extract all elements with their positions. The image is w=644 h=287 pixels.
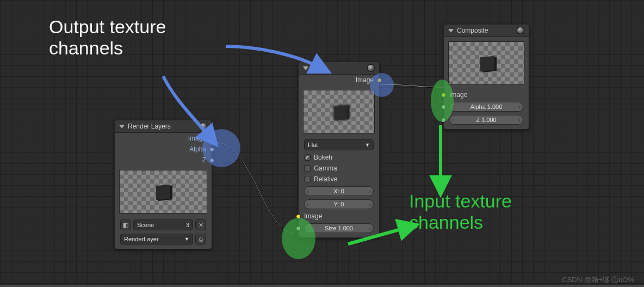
scene-select[interactable]: Scene 3 <box>133 219 193 230</box>
output-socket-image[interactable]: Image <box>115 133 212 144</box>
node-preview <box>303 90 375 133</box>
chevron-right-icon[interactable]: › <box>369 188 371 194</box>
watermark: CSDN @颊+继 ①oO% <box>562 275 634 285</box>
chevron-right-icon[interactable]: › <box>369 201 371 207</box>
output-highlight-halo <box>202 129 240 167</box>
input-socket-alpha[interactable]: ‹ Alpha 1.000 › <box>444 100 529 113</box>
node-header[interactable]: Render Layers <box>115 120 212 133</box>
node-blur[interactable]: Blur Image Flat ▼ Bokeh Gamma Relative ‹… <box>298 62 380 238</box>
y-value[interactable]: ‹ Y: 0 › <box>304 199 374 209</box>
input-highlight-halo <box>431 80 454 122</box>
bottom-bar <box>0 285 644 287</box>
preview-sphere-icon <box>200 123 207 130</box>
gamma-row[interactable]: Gamma <box>299 163 379 174</box>
relative-row[interactable]: Relative <box>299 174 379 185</box>
layer-select[interactable]: RenderLayer ▼ <box>120 234 193 245</box>
output-socket-image[interactable]: Image <box>299 75 379 86</box>
checkbox-icon[interactable] <box>304 176 311 182</box>
output-socket-z[interactable]: Z <box>115 155 212 166</box>
x-row: ‹ X: 0 › <box>299 185 379 198</box>
y-row: ‹ Y: 0 › <box>299 198 379 211</box>
output-highlight-halo <box>370 73 394 97</box>
node-preview <box>448 41 524 85</box>
checkbox-icon[interactable] <box>304 154 311 161</box>
scene-browse-icon[interactable]: ◧ <box>120 219 131 230</box>
input-highlight-halo <box>282 218 315 259</box>
chevron-right-icon[interactable]: › <box>369 225 371 231</box>
bokeh-row[interactable]: Bokeh <box>299 152 379 163</box>
node-header[interactable]: Composite <box>444 25 529 37</box>
chevron-left-icon[interactable]: ‹ <box>307 188 308 194</box>
collapse-icon[interactable] <box>119 125 125 129</box>
node-title: Composite <box>457 27 513 34</box>
output-socket-alpha[interactable]: Alpha <box>115 144 212 155</box>
filter-type-row: Flat ▼ <box>299 138 379 152</box>
layer-selector-row: RenderLayer ▼ ⎙ <box>115 232 212 249</box>
node-composite[interactable]: Composite Image ‹ Alpha 1.000 › ‹ Z 1.00… <box>443 24 529 130</box>
x-value[interactable]: ‹ X: 0 › <box>304 186 374 196</box>
scene-selector-row: ◧ Scene 3 ✕ <box>115 218 212 232</box>
chevron-left-icon[interactable]: ‹ <box>452 117 454 123</box>
node-header[interactable]: Blur <box>299 62 379 75</box>
node-preview <box>119 170 207 213</box>
collapse-icon[interactable] <box>448 29 454 33</box>
filter-type-select[interactable]: Flat ▼ <box>304 139 374 150</box>
node-title: Render Layers <box>128 123 196 130</box>
input-socket-image[interactable]: Image <box>299 211 379 222</box>
node-render-layers[interactable]: Render Layers Image Alpha Z ◧ Scene 3 ✕ … <box>114 120 212 249</box>
chevron-left-icon[interactable]: ‹ <box>307 201 308 207</box>
preview-sphere-icon <box>367 64 375 72</box>
input-socket-image[interactable]: Image <box>444 89 529 100</box>
alpha-value[interactable]: ‹ Alpha 1.000 › <box>449 102 523 112</box>
node-title: Blur <box>312 64 364 72</box>
chevron-right-icon[interactable]: › <box>519 104 521 110</box>
preview-sphere-icon <box>517 27 524 34</box>
z-value[interactable]: ‹ Z 1.000 › <box>449 115 523 125</box>
collapse-icon[interactable] <box>303 66 308 70</box>
render-layer-icon[interactable]: ⎙ <box>195 234 206 245</box>
scene-clear-icon[interactable]: ✕ <box>195 219 206 230</box>
chevron-right-icon[interactable]: › <box>519 117 521 123</box>
annotation-input-label: Input texture channels <box>409 191 512 233</box>
input-socket-z[interactable]: ‹ Z 1.000 › <box>444 113 529 129</box>
checkbox-icon[interactable] <box>304 165 311 172</box>
annotation-output-label: Output texture channels <box>49 16 166 59</box>
